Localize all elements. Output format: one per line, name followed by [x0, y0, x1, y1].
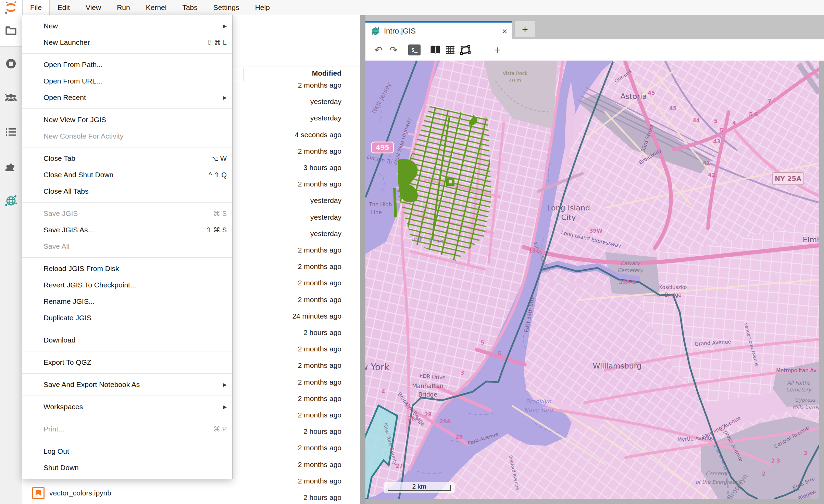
menu-item-label: Rename JGIS...: [43, 297, 227, 306]
map-view[interactable]: 495NY 25A New JerseyWest Side HighwayVis…: [365, 61, 819, 499]
menubar-item-file[interactable]: File: [22, 0, 50, 15]
file-row-modified[interactable]: 2 months ago: [298, 410, 341, 420]
file-row-modified[interactable]: 2 months ago: [298, 443, 341, 453]
file-row-modified[interactable]: 2 hours ago: [303, 327, 341, 338]
menu-item-new-console-for-activity: New Console For Activity: [22, 128, 232, 144]
menu-item-save-and-export-notebook-as[interactable]: Save And Export Notebook As▶: [22, 376, 232, 393]
menubar-item-tabs[interactable]: Tabs: [174, 0, 205, 15]
map-label: 3: [461, 370, 464, 376]
menu-item-label: Open From Path...: [43, 61, 227, 69]
menu-item-close-and-shut-down[interactable]: Close And Shut Down^ ⇧ Q: [22, 167, 232, 183]
menu-item-rename-jgis[interactable]: Rename JGIS...: [22, 293, 232, 310]
map-label: Elmhur: [803, 235, 819, 244]
file-row-modified[interactable]: 4 seconds ago: [295, 130, 341, 140]
file-row-modified[interactable]: yesterday: [310, 113, 341, 123]
scale-bar-label: 2 km: [412, 483, 426, 493]
add-layer-button[interactable]: +: [490, 42, 505, 57]
menu-item-close-tab[interactable]: Close Tab⌥ W: [22, 150, 232, 167]
menu-item-log-out[interactable]: Log Out: [22, 443, 232, 460]
sidebar-item-jupytergis[interactable]: [0, 183, 22, 218]
map-label: 29A: [440, 418, 451, 425]
menu-item-open-from-path[interactable]: Open From Path...: [22, 56, 232, 73]
file-row-modified[interactable]: 2 months ago: [298, 179, 341, 189]
menu-item-label: Download: [43, 336, 227, 344]
menu-item-label: Open From URL...: [43, 77, 227, 85]
file-row-modified[interactable]: 2 months ago: [298, 295, 341, 305]
sidebar-item-running[interactable]: [0, 47, 22, 81]
map-toolbar: ↶ ↷ $_: [365, 39, 824, 61]
identify-button[interactable]: [428, 42, 443, 57]
submenu-arrow-icon: ▶: [223, 95, 227, 100]
menu-item-open-from-url[interactable]: Open From URL...: [22, 73, 232, 89]
modified-column-header[interactable]: Modified: [312, 69, 341, 77]
file-row-modified[interactable]: 3 hours ago: [303, 163, 341, 173]
new-tab-button[interactable]: +: [515, 21, 535, 37]
map-label: 27: [396, 463, 403, 469]
menu-item-new-launcher[interactable]: New Launcher⇧ ⌘ L: [22, 34, 232, 51]
file-row-modified[interactable]: 2 months ago: [298, 476, 341, 486]
file-row-modified[interactable]: 2 months ago: [298, 261, 341, 272]
file-row-modified[interactable]: 2 months ago: [298, 344, 341, 354]
menu-item-open-recent[interactable]: Open Recent▶: [22, 89, 232, 106]
file-row-modified[interactable]: 2 months ago: [298, 80, 341, 90]
menu-item-close-all-tabs[interactable]: Close All Tabs: [22, 183, 232, 199]
menubar-item-settings[interactable]: Settings: [205, 0, 247, 15]
file-row-modified[interactable]: 24 minutes ago: [292, 311, 341, 321]
sidebar-item-extensions[interactable]: [0, 149, 22, 183]
temporal-controller-button[interactable]: [443, 42, 458, 57]
console-button[interactable]: $_: [407, 42, 422, 57]
menubar-item-help[interactable]: Help: [247, 0, 278, 15]
file-row-modified[interactable]: 2 hours ago: [303, 492, 341, 503]
menu-item-download[interactable]: Download: [22, 332, 232, 348]
menu-item-duplicate-jgis[interactable]: Duplicate JGIS: [22, 310, 232, 326]
sidebar-item-table-of-contents[interactable]: [0, 115, 22, 149]
menu-item-revert-jgis-to-checkpoint[interactable]: Revert JGIS To Checkpoint...: [22, 277, 232, 293]
menu-item-label: Close And Shut Down: [43, 171, 202, 179]
file-row-vector-colors[interactable]: vector_colors.ipynb: [32, 486, 111, 501]
toolbar-separator: [425, 42, 425, 57]
menu-item-reload-jgis-from-disk[interactable]: Reload JGIS From Disk: [22, 260, 232, 277]
menu-separator: [22, 257, 232, 258]
map-label: 7: [768, 98, 771, 104]
map-label: 40 m: [509, 78, 521, 83]
menu-item-new-view-for-jgis[interactable]: New View For JGIS: [22, 112, 232, 128]
menubar-item-run[interactable]: Run: [109, 0, 138, 15]
file-row-modified[interactable]: 2 months ago: [298, 460, 341, 470]
undo-button[interactable]: ↶: [371, 42, 386, 57]
map-label: Metropolitan Av: [776, 367, 816, 374]
menu-item-workspaces[interactable]: Workspaces▶: [22, 399, 232, 415]
tab-close-icon[interactable]: ×: [502, 27, 507, 36]
menu-item-label: Close Tab: [43, 154, 204, 163]
map-canvas[interactable]: 495NY 25A New JerseyWest Side HighwayVis…: [365, 61, 819, 499]
menu-item-save-jgis: Save JGIS⌘ S: [22, 205, 232, 222]
file-row-modified[interactable]: 2 months ago: [298, 393, 341, 404]
menubar-item-view[interactable]: View: [78, 0, 109, 15]
file-row-modified[interactable]: yesterday: [310, 229, 341, 239]
file-row-modified[interactable]: 2 hours ago: [303, 426, 341, 437]
sidebar-item-collaboration[interactable]: [0, 81, 22, 115]
sidebar-item-file-browser[interactable]: [0, 15, 22, 47]
menu-item-shut-down[interactable]: Shut Down: [22, 460, 232, 476]
file-row-modified[interactable]: yesterday: [310, 212, 341, 222]
menu-item-label: Close All Tabs: [43, 187, 227, 195]
file-row-modified[interactable]: 2 months ago: [298, 278, 341, 288]
file-row-modified[interactable]: 2 months ago: [298, 146, 341, 156]
menu-item-export-to-qgz[interactable]: Export To QGZ: [22, 354, 232, 371]
menubar-item-edit[interactable]: Edit: [50, 0, 78, 15]
map-label: 45: [648, 90, 655, 96]
file-row-modified[interactable]: 2 months ago: [298, 360, 341, 371]
menu-item-new[interactable]: New▶: [22, 18, 232, 34]
redo-button[interactable]: ↷: [386, 42, 401, 57]
file-row-modified[interactable]: yesterday: [310, 96, 341, 107]
file-row-modified[interactable]: yesterday: [310, 195, 341, 206]
menubar-item-kernel[interactable]: Kernel: [138, 0, 175, 15]
tab-intro-jgis[interactable]: Intro.jGIS ×: [365, 21, 512, 39]
file-row-modified[interactable]: 2 months ago: [298, 245, 341, 255]
submenu-arrow-icon: ▶: [223, 23, 227, 29]
menu-item-save-jgis-as[interactable]: Save JGIS As...⇧ ⌘ S: [22, 222, 232, 238]
file-row-modified[interactable]: 2 months ago: [298, 377, 341, 387]
gis-globe-icon: [4, 194, 17, 207]
menu-item-print: Print...⌘ P: [22, 421, 232, 437]
select-geometry-button[interactable]: [458, 42, 473, 57]
menu-separator: [22, 108, 232, 109]
